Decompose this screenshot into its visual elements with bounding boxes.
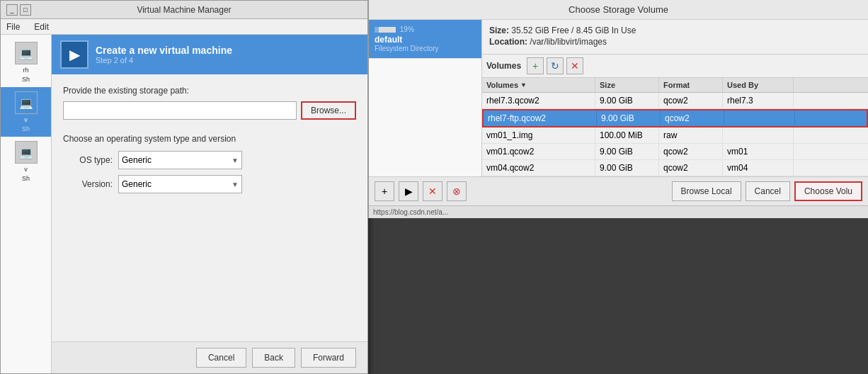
vm-icon-2: 💻 [15, 91, 38, 114]
storage-path-label: Provide the existing storage path: [63, 86, 356, 96]
version-label: Version: [63, 179, 113, 189]
sidebar-sublabel-3: Sh [22, 175, 30, 182]
sidebar: 💻 rh Sh 💻 v Sh 💻 v Sh [1, 35, 52, 373]
os-type-select[interactable]: Generic ▼ [118, 151, 242, 169]
menu-edit[interactable]: Edit [31, 21, 52, 33]
col-used-by: Used By [723, 78, 794, 92]
add-volume-button[interactable]: + [527, 57, 544, 74]
csv-titlebar: Choose Storage Volume [369, 0, 868, 20]
vol-size: 9.00 GiB [595, 93, 659, 108]
delete-icon-button[interactable]: ✕ [423, 181, 442, 201]
vmm-window: _ □ Virtual Machine Manager File Edit 💻 … [0, 0, 368, 374]
browse-button[interactable]: Browse... [301, 101, 356, 120]
version-value: Generic [122, 179, 152, 189]
vol-size: 9.00 GiB [595, 144, 659, 159]
sidebar-item-3[interactable]: 💻 v Sh [1, 137, 51, 186]
add-icon-button[interactable]: + [375, 181, 394, 201]
version-row: Version: Generic ▼ [63, 175, 356, 193]
sidebar-sublabel-2: Sh [22, 125, 30, 132]
new-vm-footer: Cancel Back Forward [52, 341, 367, 373]
vol-used-by [724, 110, 795, 126]
vol-name: vm04.qcow2 [482, 160, 595, 176]
play-icon-button[interactable]: ▶ [399, 181, 418, 201]
table-row[interactable]: rhel7-ftp.qcow2 9.00 GiB qcow2 [482, 109, 868, 128]
col-volumes-sort: ▼ [520, 81, 527, 89]
vmm-title: Virtual Machine Manager [35, 5, 333, 15]
pool-item-default[interactable]: 19% default Filesystem Directory [369, 20, 481, 59]
vol-used-by: vm04 [723, 160, 794, 176]
csv-panel: Choose Storage Volume 19% default Filesy… [368, 0, 868, 218]
csv-footer-left: + ▶ ✕ ⊗ [375, 181, 467, 201]
csv-footer-right: Browse Local Cancel Choose Volu [672, 181, 862, 201]
stop-icon-button[interactable]: ⊗ [447, 181, 467, 201]
pool-name: default [375, 35, 476, 45]
status-bar: https://blog.csdn.net/a... [369, 205, 868, 218]
choose-volume-button[interactable]: Choose Volu [794, 181, 862, 201]
cancel-button[interactable]: Cancel [196, 348, 246, 368]
forward-button[interactable]: Forward [301, 348, 356, 368]
table-row[interactable]: rhel7.3.qcow2 9.00 GiB qcow2 rhel7.3 [482, 93, 868, 109]
new-vm-icon: ▶ [60, 40, 88, 69]
menu-file[interactable]: File [4, 21, 23, 33]
vol-used-by: vm01 [723, 144, 794, 159]
location-info-row: Location: /var/lib/libvirt/images [489, 37, 861, 47]
sidebar-label-1: rh [23, 67, 28, 74]
os-type-row: OS type: Generic ▼ [63, 151, 356, 169]
vol-table: Volumes ▼ Size Format Used By rhel7.3.qc… [482, 78, 868, 176]
os-type-value: Generic [122, 155, 152, 165]
sidebar-item-1[interactable]: 💻 rh Sh [1, 38, 51, 87]
table-row[interactable]: vm01.qcow2 9.00 GiB qcow2 vm01 [482, 144, 868, 160]
table-row[interactable]: vm04.qcow2 9.00 GiB qcow2 vm04 [482, 160, 868, 176]
vol-name: rhel7-ftp.qcow2 [484, 110, 597, 126]
version-select[interactable]: Generic ▼ [118, 175, 242, 193]
col-format: Format [659, 78, 723, 92]
pool-type: Filesystem Directory [375, 45, 476, 52]
csv-footer: + ▶ ✕ ⊗ Browse Local Cancel Choose Volu [369, 176, 868, 205]
sidebar-label-2: v [24, 116, 28, 123]
vol-table-header: Volumes ▼ Size Format Used By [482, 78, 868, 93]
refresh-volume-button[interactable]: ↻ [547, 57, 564, 74]
vol-size: 9.00 GiB [597, 110, 661, 126]
os-section-label: Choose an operating system type and vers… [63, 134, 356, 144]
vol-info: Size: 35.52 GiB Free / 8.45 GiB In Use L… [482, 20, 868, 55]
col-size: Size [595, 78, 659, 92]
new-vm-subtitle: Step 2 of 4 [96, 56, 232, 64]
sidebar-item-2[interactable]: 💻 v Sh [1, 87, 51, 137]
location-label: Location: [489, 37, 527, 47]
storage-path-row: Browse... [63, 101, 356, 120]
vol-format: qcow2 [661, 110, 724, 126]
back-button[interactable]: Back [252, 348, 295, 368]
os-type-label: OS type: [63, 155, 113, 165]
delete-volume-button[interactable]: ✕ [566, 57, 583, 74]
new-vm-title: Create a new virtual machine [96, 45, 232, 56]
table-row[interactable]: vm01_1.img 100.00 MiB raw [482, 128, 868, 144]
vol-format: qcow2 [659, 160, 723, 176]
vol-format: qcow2 [659, 93, 723, 108]
pool-pct: 19% [375, 26, 476, 33]
browse-local-button[interactable]: Browse Local [672, 181, 741, 201]
vmm-content: 💻 rh Sh 💻 v Sh 💻 v Sh ▶ Create a new vir… [1, 35, 367, 373]
csv-cancel-button[interactable]: Cancel [746, 181, 790, 201]
location-value: /var/lib/libvirt/images [530, 37, 607, 47]
maximize-button[interactable]: □ [20, 4, 31, 16]
size-label: Size: [489, 26, 509, 35]
vol-name: vm01_1.img [482, 128, 595, 143]
volumes-label: Volumes [486, 61, 521, 71]
csv-content: 19% default Filesystem Directory Size: 3… [369, 20, 868, 176]
os-type-arrow: ▼ [232, 157, 239, 164]
vol-format: raw [659, 128, 723, 143]
storage-path-input[interactable] [63, 101, 297, 120]
vol-used-by [723, 128, 794, 143]
pool-sidebar: 19% default Filesystem Directory [369, 20, 482, 176]
sidebar-label-3: v [24, 166, 28, 173]
vol-used-by: rhel7.3 [723, 93, 794, 108]
vol-rows-container: rhel7.3.qcow2 9.00 GiB qcow2 rhel7.3 rhe… [482, 93, 868, 176]
vm-icon-3: 💻 [15, 141, 38, 164]
minimize-button[interactable]: _ [6, 4, 18, 16]
vol-size: 100.00 MiB [595, 128, 659, 143]
vmm-titlebar: _ □ Virtual Machine Manager [1, 1, 367, 19]
vol-name: rhel7.3.qcow2 [482, 93, 595, 108]
vol-size: 9.00 GiB [595, 160, 659, 176]
new-vm-header: ▶ Create a new virtual machine Step 2 of… [52, 35, 367, 74]
vmm-menubar: File Edit [1, 19, 367, 35]
